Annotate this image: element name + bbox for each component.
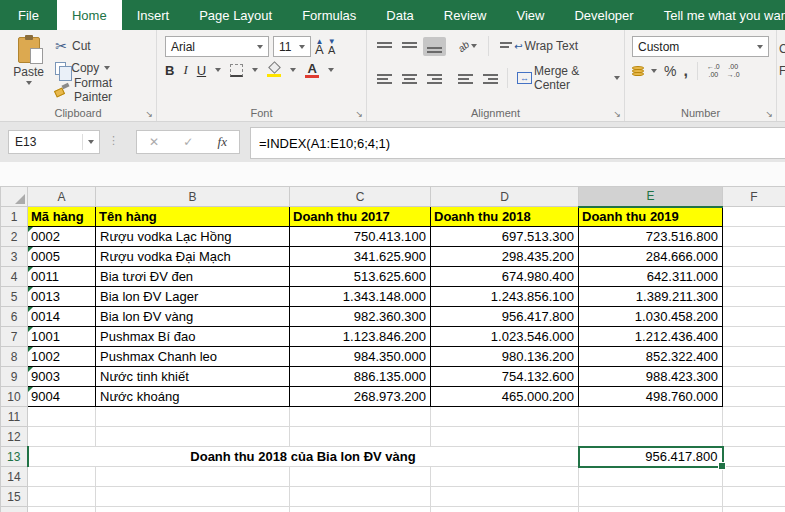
summary-label-cell[interactable]: Doanh thu 2018 của Bia lon ĐV vàng [28,447,579,467]
cell-d9[interactable]: 754.132.600 [431,367,579,387]
cell-a3[interactable]: 0005 [28,247,96,267]
cell-d3[interactable]: 298.435.200 [431,247,579,267]
format-painter-button[interactable]: Format Painter [51,79,156,101]
cell-e4[interactable]: 642.311.000 [579,267,723,287]
font-name-select[interactable]: Arial [165,36,269,57]
cell[interactable] [96,427,290,447]
decrease-font-size-button[interactable]: ▼ A [328,39,336,55]
wrap-text-button[interactable]: ↩ Wrap Text [496,36,582,56]
selected-cell-e13[interactable]: 956.417.800 [579,447,723,467]
cell[interactable] [290,507,431,512]
bold-button[interactable]: B [165,63,174,78]
cell-e5[interactable]: 1.389.211.300 [579,287,723,307]
insert-function-icon[interactable]: fx [218,134,227,150]
number-format-select[interactable]: Custom [632,36,769,57]
cell-f1[interactable] [723,207,785,227]
cell-e3[interactable]: 284.666.000 [579,247,723,267]
top-align-button[interactable] [373,37,396,56]
cell[interactable] [579,467,723,487]
formula-bar-grip[interactable]: ⋮ [108,134,119,147]
formula-input[interactable]: =INDEX(A1:E10;6;4;1) [250,127,785,159]
tab-home[interactable]: Home [57,0,122,30]
cell-b3[interactable]: Rượu vodka Đại Mạch [96,247,290,267]
row-header-10[interactable]: 10 [1,387,28,407]
row-header-8[interactable]: 8 [1,347,28,367]
row-header-14[interactable]: 14 [1,467,28,487]
enter-icon[interactable]: ✓ [183,135,193,149]
tab-insert[interactable]: Insert [122,0,185,30]
cell-e8[interactable]: 852.322.400 [579,347,723,367]
tab-data[interactable]: Data [371,0,428,30]
row-header-15[interactable]: 15 [1,487,28,507]
cell-d2[interactable]: 697.513.300 [431,227,579,247]
cell[interactable] [28,427,96,447]
fill-color-dropdown-caret[interactable] [290,68,296,72]
cell-f3[interactable] [723,247,785,267]
cell-d7[interactable]: 1.023.546.000 [431,327,579,347]
row-header-7[interactable]: 7 [1,327,28,347]
tab-developer[interactable]: Developer [559,0,648,30]
row-header-5[interactable]: 5 [1,287,28,307]
row-header-4[interactable]: 4 [1,267,28,287]
cell-c2[interactable]: 750.413.100 [290,227,431,247]
cell[interactable] [723,447,785,467]
cell-b8[interactable]: Pushmax Chanh leo [96,347,290,367]
underline-button[interactable]: U [197,63,206,78]
tab-formulas[interactable]: Formulas [287,0,371,30]
cell-f6[interactable] [723,307,785,327]
cell-b2[interactable]: Rượu vodka Lạc Hồng [96,227,290,247]
bottom-align-button[interactable] [423,37,446,56]
cell-a9[interactable]: 9003 [28,367,96,387]
cell[interactable] [431,407,579,427]
column-header-c[interactable]: C [290,187,431,207]
cell-b9[interactable]: Nước tinh khiết [96,367,290,387]
cell[interactable] [96,407,290,427]
row-header-11[interactable]: 11 [1,407,28,427]
row-header-2[interactable]: 2 [1,227,28,247]
cell-d4[interactable]: 674.980.400 [431,267,579,287]
tab-file[interactable]: File [0,0,57,30]
cell-b1[interactable]: Tên hàng [96,207,290,227]
column-header-b[interactable]: B [96,187,290,207]
cell-c8[interactable]: 984.350.000 [290,347,431,367]
cell[interactable] [723,427,785,447]
cell[interactable] [579,487,723,507]
cancel-icon[interactable]: ✕ [149,135,159,149]
borders-dropdown-caret[interactable] [252,68,258,72]
cell[interactable] [431,507,579,512]
cell-a6[interactable]: 0014 [28,307,96,327]
orientation-button[interactable]: ab [454,38,481,55]
cut-button[interactable]: ✂ Cut [51,35,156,57]
cell-a5[interactable]: 0013 [28,287,96,307]
cell[interactable] [431,427,579,447]
italic-button[interactable]: I [183,62,187,78]
cell-f8[interactable] [723,347,785,367]
cell[interactable] [431,487,579,507]
cell[interactable] [290,427,431,447]
align-center-button[interactable] [398,69,421,88]
cell[interactable] [290,487,431,507]
cell-f2[interactable] [723,227,785,247]
cell-d8[interactable]: 980.136.200 [431,347,579,367]
cell[interactable] [96,467,290,487]
align-left-button[interactable] [373,69,396,88]
cell-e6[interactable]: 1.030.458.200 [579,307,723,327]
cell[interactable] [28,467,96,487]
cell-a10[interactable]: 9004 [28,387,96,407]
row-header-9[interactable]: 9 [1,367,28,387]
cell-e1[interactable]: Doanh thu 2019 [579,207,723,227]
comma-style-button[interactable]: , [683,62,687,80]
cell-b7[interactable]: Pushmax Bí đao [96,327,290,347]
cell-a7[interactable]: 1001 [28,327,96,347]
cell-c9[interactable]: 886.135.000 [290,367,431,387]
accounting-dropdown-caret[interactable] [651,69,657,73]
cell-b5[interactable]: Bia lon ĐV Lager [96,287,290,307]
font-color-dropdown-caret[interactable] [328,68,334,72]
cell[interactable] [431,467,579,487]
cell-e10[interactable]: 498.760.000 [579,387,723,407]
paste-button[interactable]: Paste [6,35,51,101]
align-right-button[interactable] [423,69,446,88]
cell-d5[interactable]: 1.243.856.100 [431,287,579,307]
row-header-3[interactable]: 3 [1,247,28,267]
cell-a2[interactable]: 0002 [28,227,96,247]
